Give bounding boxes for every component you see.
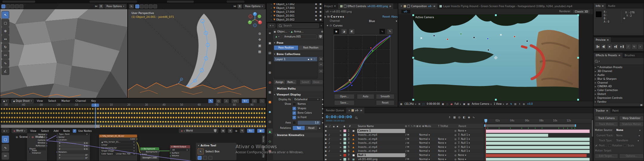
names-checkbox[interactable] (292, 102, 296, 106)
tracker-marker[interactable] (460, 33, 462, 35)
animate-dot-icon[interactable] (322, 122, 323, 124)
trkmat-dropdown[interactable]: None ▾ (438, 137, 453, 141)
select-box-tool-icon[interactable]: ↖ (198, 149, 204, 154)
properties-tab-render[interactable]: ▣ (267, 40, 273, 46)
timeline-timecode[interactable]: 0:00:00:00 (326, 115, 352, 119)
tab-node[interactable]: Node (261, 135, 265, 144)
layer-name[interactable]: v4-[01-400].png (357, 157, 405, 161)
outliner-item[interactable]: ›▼Object_20.002◉▣ (267, 18, 323, 21)
menu-channel[interactable]: Channel (75, 99, 86, 102)
comp-mini-tab[interactable]: v4- (401, 10, 410, 13)
relations-head-button[interactable]: Head (305, 126, 318, 130)
motion-source-dropdown[interactable]: None (616, 129, 640, 132)
outliner-item[interactable]: ›▼Object_17.004◉▣ (267, 10, 323, 14)
draft-3d-icon[interactable]: ▦ (453, 116, 456, 119)
animate-dot-icon[interactable] (322, 99, 323, 100)
expand-layer-icon[interactable]: ► (340, 137, 343, 141)
video-toggle-icon[interactable]: ◉ (325, 153, 328, 157)
transport-ram-preview-button[interactable]: » (638, 44, 643, 49)
transport-loop-button[interactable]: ↻ (631, 44, 637, 49)
select-mode-circle-icon[interactable] (10, 4, 14, 8)
mirror-x-button[interactable]: X (237, 4, 242, 9)
composition-viewer[interactable]: Active Camera (398, 14, 593, 101)
layer-swatch[interactable] (343, 157, 347, 161)
timeline-graph-area[interactable] (483, 129, 592, 161)
effect-category[interactable]: ►Blur & Sharpen (595, 77, 643, 81)
expand-layer-icon[interactable]: ► (340, 157, 343, 161)
view-layout-dropdown[interactable]: 1 View (494, 103, 504, 105)
outliner-item[interactable]: ›▼Object_17.002◉▣ (267, 3, 323, 6)
transport-audio-button[interactable]: ♪ (626, 44, 631, 49)
properties-tab-collection[interactable]: ▦ (267, 89, 273, 95)
auto-button[interactable]: Auto (357, 94, 374, 99)
label-color-swatch[interactable] (343, 158, 346, 161)
camera-layer-icon[interactable]: ▣ (352, 129, 356, 133)
relations-tail-button[interactable]: Tail (292, 126, 305, 130)
viewport-display-section[interactable]: ∨Viewport Display (274, 92, 323, 97)
resolution-icon[interactable] (463, 103, 465, 105)
mode-extend-icon[interactable] (203, 156, 207, 160)
id-type-icon[interactable]: ▲ (274, 35, 281, 39)
bone-collections-list[interactable]: Layer 1 (274, 57, 318, 79)
timeline-layer-row[interactable]: ◉♪►4▲Insects...e).mp4∕ 𝑓xNormal ▾None ▾◎… (324, 141, 483, 146)
tool-annotate[interactable]: ∿ (1, 144, 9, 151)
stopwatch-icon[interactable]: ◷ (330, 24, 332, 27)
tab-info[interactable]: Info (594, 3, 606, 9)
layer-box2[interactable] (335, 149, 338, 153)
dope-sheet-mode-dropdown[interactable]: Dope Sheet (11, 99, 34, 103)
disable-in-renders-icon[interactable]: ▣ (319, 7, 322, 9)
exposure-icon[interactable]: ↯ (510, 103, 512, 105)
pose-options-dropdown[interactable]: Pose Options (243, 4, 265, 9)
add-collection-button[interactable]: + (318, 57, 323, 61)
timeline-layer-row[interactable]: ◉♪►6▲Insects...e).mp4∕ 𝑓xNormal ▾None ▾◎… (324, 149, 483, 154)
bone-collection-row[interactable]: Layer 1 (274, 57, 317, 61)
layer-audio[interactable] (329, 153, 332, 157)
proportional-edit-button[interactable]: ◎ (252, 99, 257, 103)
parent-pickwhip-icon[interactable]: ◎ (454, 157, 457, 161)
blend-mode-dropdown[interactable]: Normal ▾ (419, 141, 434, 145)
expand-layer-icon[interactable]: ► (340, 153, 343, 157)
select-mode-paint-icon[interactable] (153, 4, 157, 8)
parent-pickwhip-icon[interactable]: ◎ (454, 137, 457, 141)
invert-icon[interactable]: ◩ (349, 29, 355, 34)
exposure-sphere-icon[interactable]: ◍ (523, 103, 525, 105)
video-toggle-icon[interactable]: ◉ (325, 145, 328, 149)
about-link[interactable]: About... (391, 15, 398, 18)
layer-swatch[interactable] (343, 145, 347, 149)
menu-node[interactable]: Node (63, 129, 70, 132)
timeline-layer-row[interactable]: ◉♪►2▲Insects...e).mp4∕ 𝑓xNormal ▾◎7. Nul… (324, 133, 483, 137)
pin-icon[interactable]: ⊕ (321, 30, 323, 33)
work-area-bar[interactable] (484, 124, 576, 127)
video-toggle-icon[interactable]: ◉ (325, 149, 328, 153)
in-front-checkbox[interactable]: ✓ (292, 116, 296, 119)
parent-pickwhip-icon[interactable]: ◎ (454, 129, 457, 133)
hide-in-viewport-icon[interactable]: ◉ (315, 10, 317, 13)
armature-name-field[interactable]: Armature.005 (283, 35, 317, 39)
expand-layer-icon[interactable]: ► (340, 129, 343, 133)
disable-in-renders-icon[interactable]: ▣ (319, 14, 322, 17)
layer-duration-bar[interactable] (486, 134, 548, 137)
layer-duration-bar[interactable] (486, 158, 590, 161)
audio-toggle-icon[interactable]: ♪ (329, 141, 332, 145)
audio-toggle-icon[interactable]: ♪ (329, 137, 332, 141)
timeline-search-icon[interactable] (355, 117, 357, 119)
timeline-ruler[interactable]: -50-40-30-20-10102030405060708090 (0, 103, 266, 107)
select-cursor-button[interactable]: ↖ (208, 99, 213, 103)
properties-tab-bone[interactable]: ◇ (267, 138, 273, 144)
tab-brushes[interactable]: Brushes (623, 53, 637, 58)
animate-dot-icon[interactable] (322, 103, 323, 105)
pose-position-button[interactable]: Pose Position (274, 45, 298, 50)
video-toggle-icon[interactable]: ◉ (325, 137, 328, 141)
timeline-layer-row[interactable]: ◉♪►5▲Insects...e).mp4∕ 𝑓xNormal ▾None ▾◎… (324, 145, 483, 150)
magnification-dropdown[interactable]: (33,3%) (405, 103, 417, 105)
properties-tab-physics[interactable]: ◎ (267, 119, 273, 124)
flowchart-icon[interactable]: ♗ (518, 103, 521, 105)
select-mode-box-icon[interactable] (140, 4, 144, 8)
tab-layer-viewer[interactable]: Layer Insects Flying Around - Green Scre… (437, 3, 593, 9)
media-layer-icon[interactable]: ▲ (352, 141, 356, 145)
hide-in-viewport-icon[interactable]: ◉ (315, 18, 317, 21)
animate-dot-icon[interactable] (322, 112, 323, 114)
layer-swatch[interactable] (343, 133, 347, 137)
audio-toggle-icon[interactable]: ♪ (329, 145, 332, 149)
effect-category[interactable]: ►CINEMA 4D (595, 85, 643, 88)
